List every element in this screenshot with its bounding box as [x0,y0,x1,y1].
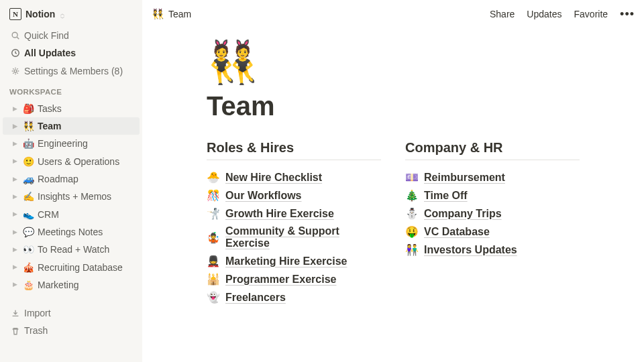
svg-line-1 [17,37,19,39]
trash-icon [11,326,20,336]
sidebar-page-label: Engineering [38,137,134,150]
workspace-name: Notion [25,9,55,19]
trash-button[interactable]: Trash [3,322,140,339]
page-link-label: Our Workflows [225,190,302,202]
svg-point-0 [12,32,17,38]
page-link-label: Reimbursement [424,172,505,184]
page-body: 👯 Team Roles & Hires🐣New Hire Checklist🎊… [142,25,644,306]
disclosure-triangle-icon[interactable]: ▶ [11,210,19,219]
page-link-label: Time Off [424,190,468,202]
download-icon [11,308,20,318]
page-link[interactable]: 🐣New Hire Checklist [207,168,381,186]
page-emoji-icon: 🙂 [23,155,34,168]
sidebar-page-item[interactable]: ▶✍️Insights + Memos [3,188,140,205]
sidebar-page-label: Recruiting Database [38,261,134,274]
page-columns: Roles & Hires🐣New Hire Checklist🎊Our Wor… [207,140,580,306]
updates-button[interactable]: Updates [527,9,561,19]
svg-point-3 [14,70,17,72]
page-emoji-icon: 🎒 [23,102,34,115]
sidebar-page-label: Users & Operations [38,155,134,168]
disclosure-triangle-icon[interactable]: ▶ [11,175,19,184]
disclosure-triangle-icon[interactable]: ▶ [11,228,19,237]
page-emoji-icon: 👯 [23,119,34,133]
column-heading[interactable]: Roles & Hires [207,140,381,160]
sidebar-page-item[interactable]: ▶🤖Engineering [3,135,140,152]
disclosure-triangle-icon[interactable]: ▶ [11,122,19,131]
sidebar-page-label: Marketing [38,278,134,292]
sidebar-page-item[interactable]: ▶👀To Read + Watch [3,241,140,258]
trash-label: Trash [24,324,134,337]
page-emoji-icon: ✍️ [23,190,34,203]
page-emoji-icon: 🚙 [23,172,34,186]
page-link[interactable]: 💷Reimbursement [405,168,580,186]
page-link[interactable]: 🎊Our Workflows [207,186,381,204]
sidebar-page-item[interactable]: ▶💬Meetings Notes [3,223,140,241]
sidebar-page-item[interactable]: ▶👟CRM [3,206,140,223]
settings-members-label: Settings & Members (8) [24,64,134,78]
page-link[interactable]: 🕌Programmer Exercise [207,270,381,288]
sidebar-page-label: Roadmap [38,172,134,186]
disclosure-triangle-icon[interactable]: ▶ [11,280,19,289]
link-emoji-icon: 💂 [207,255,220,267]
page-emoji-icon: 👀 [23,243,34,256]
page-title[interactable]: Team [207,91,580,121]
import-button[interactable]: Import [3,304,140,322]
page-link-label: VC Database [424,226,490,238]
link-emoji-icon: 🤹 [207,231,220,244]
notion-logo-icon: N [9,8,21,20]
workspace-switcher[interactable]: N Notion [0,0,142,25]
link-emoji-icon: ⛄ [405,207,419,220]
page-emoji-icon: 🎪 [23,261,34,274]
breadcrumb[interactable]: 👯 Team [152,8,191,20]
page-link[interactable]: 🤺Growth Hire Exercise [207,204,381,223]
page-link[interactable]: 👫Investors Updates [405,241,580,259]
sidebar-page-item[interactable]: ▶🚙Roadmap [3,170,140,188]
column-heading[interactable]: Company & HR [405,140,580,160]
page-column: Roles & Hires🐣New Hire Checklist🎊Our Wor… [207,140,381,306]
sidebar-page-item[interactable]: ▶🎂Marketing [3,276,140,294]
breadcrumb-label: Team [168,9,191,19]
link-emoji-icon: 🐣 [207,171,220,184]
disclosure-triangle-icon[interactable]: ▶ [11,105,19,113]
sidebar-page-item[interactable]: ▶👯Team [3,117,140,135]
page-link[interactable]: 🎄Time Off [405,186,580,204]
page-emoji-icon: 👟 [23,208,34,221]
page-column: Company & HR💷Reimbursement🎄Time Off⛄Comp… [405,140,580,306]
page-link[interactable]: 👻Freelancers [207,288,381,306]
sidebar-page-label: Insights + Memos [38,190,134,203]
sidebar-page-label: To Read + Watch [38,243,134,256]
link-emoji-icon: 🕌 [207,273,220,286]
page-link-label: Marketing Hire Exercise [225,255,347,267]
disclosure-triangle-icon[interactable]: ▶ [11,192,19,201]
more-menu-icon[interactable]: ••• [620,8,635,20]
disclosure-triangle-icon[interactable]: ▶ [11,263,19,272]
favorite-button[interactable]: Favorite [574,9,608,19]
sidebar: N Notion Quick Find All Updates Settings… [0,0,142,362]
page-link-label: Freelancers [225,292,286,304]
all-updates-button[interactable]: All Updates [3,44,140,62]
disclosure-triangle-icon[interactable]: ▶ [11,139,19,148]
page-link-label: Growth Hire Exercise [225,208,334,220]
disclosure-triangle-icon[interactable]: ▶ [11,157,19,166]
quick-find-button[interactable]: Quick Find [3,27,140,44]
page-link-label: New Hire Checklist [225,172,322,184]
page-link[interactable]: 🤹Community & Support Exercise [207,223,381,252]
page-link[interactable]: 🤑VC Database [405,223,580,241]
page-icon[interactable]: 👯 [207,42,580,83]
settings-members-button[interactable]: Settings & Members (8) [3,62,140,80]
sidebar-page-item[interactable]: ▶🙂Users & Operations [3,153,140,170]
sidebar-page-item[interactable]: ▶🎪Recruiting Database [3,259,140,276]
sidebar-page-item[interactable]: ▶🎒Tasks [3,100,140,117]
link-emoji-icon: 👫 [405,243,419,256]
breadcrumb-emoji: 👯 [152,8,164,20]
page-link[interactable]: ⛄Company Trips [405,204,580,223]
all-updates-label: All Updates [24,46,134,60]
page-link[interactable]: 💂Marketing Hire Exercise [207,252,381,270]
link-emoji-icon: 🎄 [405,189,419,202]
disclosure-triangle-icon[interactable]: ▶ [11,245,19,254]
page-link-label: Programmer Exercise [225,274,336,286]
sidebar-page-label: Tasks [38,102,134,115]
search-icon [11,31,20,40]
share-button[interactable]: Share [490,9,515,19]
page-link-label: Company Trips [424,208,502,220]
